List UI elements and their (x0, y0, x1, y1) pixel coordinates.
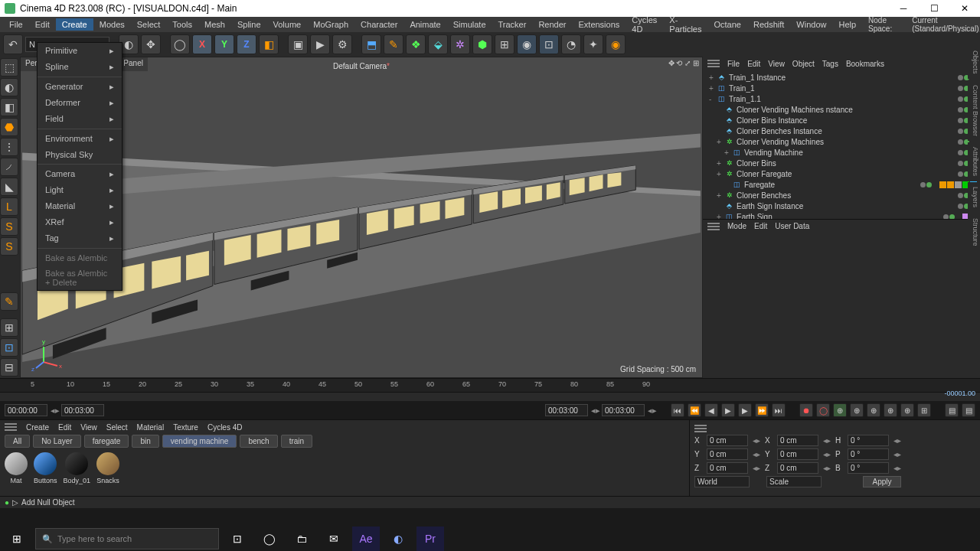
minimize-button[interactable]: ─ (888, 0, 919, 17)
attr-tab-edit[interactable]: Edit (754, 222, 767, 230)
model-mode-icon[interactable]: ⬚ (0, 58, 18, 77)
menu-help[interactable]: Help (832, 18, 862, 31)
generator-icon[interactable]: ⬙ (428, 34, 448, 54)
menu-render[interactable]: Render (532, 18, 572, 31)
key-scale-button[interactable]: ⊕ (850, 403, 864, 417)
render-settings-icon[interactable]: ⚙ (332, 34, 352, 54)
menu-tools[interactable]: Tools (166, 18, 198, 31)
object-row[interactable]: ⬘Earth Sign Instance (703, 201, 980, 211)
mat-tab-material[interactable]: Material (137, 423, 165, 432)
object-list[interactable]: +⬘Train_1 Instance+◫Train_1-◫Train_1.1⬘C… (703, 70, 980, 219)
goto-start-button[interactable]: ⏮ (671, 403, 684, 417)
menu-select[interactable]: Select (131, 18, 167, 31)
world-mode[interactable]: World (694, 476, 750, 487)
camera-icon[interactable]: ◔ (561, 34, 581, 54)
menu-spline[interactable]: Spline (231, 18, 267, 31)
object-row[interactable]: ⬘Cloner Bins Instance (703, 115, 980, 126)
cinema4d-icon[interactable]: ◐ (384, 527, 412, 551)
menu-edit[interactable]: Edit (29, 18, 56, 31)
light-icon[interactable]: ✦ (583, 34, 603, 54)
layer-vending-machine[interactable]: vending machine (162, 435, 237, 448)
material-body_01[interactable]: Body_01 (64, 452, 91, 484)
om-tab-object[interactable]: Object (792, 60, 815, 68)
deformer-icon[interactable]: ✲ (450, 34, 470, 54)
menu-item-material[interactable]: Material▸ (38, 198, 122, 214)
subdivision-icon[interactable]: ❖ (406, 34, 426, 54)
object-row[interactable]: ◫Faregate (703, 179, 980, 190)
axis-x-button[interactable]: X (192, 34, 212, 54)
next-key-button[interactable]: ⏩ (755, 403, 769, 417)
environment-icon[interactable]: ◉ (517, 34, 537, 54)
menu-tracker[interactable]: Tracker (492, 18, 533, 31)
menu-item-environment[interactable]: Environment▸ (38, 131, 122, 147)
attr-tab-mode[interactable]: Mode (727, 222, 746, 230)
s2-icon[interactable]: S (0, 237, 18, 256)
pen-icon[interactable]: ✎ (384, 34, 403, 54)
object-row[interactable]: +◫Train_1 (703, 83, 980, 93)
close-button[interactable]: ✕ (949, 0, 980, 17)
side-tab-objects[interactable]: Objects (968, 46, 980, 79)
prev-key-button[interactable]: ⏪ (688, 403, 701, 417)
axis-z-button[interactable]: Z (237, 34, 256, 54)
start-frame[interactable]: 00:03:00 (61, 404, 104, 416)
axis-mode-icon[interactable]: L (0, 197, 18, 216)
edge-mode-icon[interactable]: ⟋ (0, 158, 18, 176)
scale-mode[interactable]: Scale (766, 476, 822, 487)
polygon-mode-icon[interactable]: ◣ (0, 178, 18, 196)
task-view-icon[interactable]: ⊡ (224, 527, 251, 551)
object-row[interactable]: +⬘Train_1 Instance (703, 72, 980, 83)
rotate-icon[interactable]: ◯ (170, 34, 190, 54)
goto-end-button[interactable]: ⏭ (772, 403, 786, 417)
layer-bin[interactable]: bin (132, 435, 158, 448)
hamburger-icon[interactable] (694, 425, 707, 432)
object-row[interactable]: +◫Earth Sign (703, 211, 980, 219)
menu-item-primitive[interactable]: Primitive▸ (38, 43, 122, 59)
menu-item-generator[interactable]: Generator▸ (38, 79, 122, 95)
mat-tab-edit[interactable]: Edit (58, 423, 71, 432)
key-rot-button[interactable]: ⊕ (867, 403, 880, 417)
layer-faregate[interactable]: faregate (84, 435, 129, 448)
fcurve-button[interactable]: ▤ (962, 403, 975, 417)
side-tabs[interactable]: ObjectsContent BrowserAttributesLayersSt… (968, 46, 980, 250)
menu-animate[interactable]: Animate (403, 18, 446, 31)
om-tab-bookmarks[interactable]: Bookmarks (846, 60, 884, 68)
menu-item-deformer[interactable]: Deformer▸ (38, 95, 122, 111)
object-row[interactable]: +✲Cloner Faregate (703, 168, 980, 179)
dopesheet-button[interactable]: ▤ (945, 403, 959, 417)
key-pla-button[interactable]: ⊕ (900, 403, 914, 417)
hamburger-icon[interactable] (5, 423, 17, 432)
mat-tab-cycles-4d[interactable]: Cycles 4D (207, 423, 243, 432)
menu-create[interactable]: Create (56, 18, 93, 31)
quantize-icon[interactable]: ⊟ (0, 358, 18, 377)
layer-bench[interactable]: bench (240, 435, 277, 448)
field-icon[interactable]: ⊞ (495, 34, 514, 54)
maximize-button[interactable]: ☐ (919, 0, 949, 17)
menu-item-light[interactable]: Light▸ (38, 182, 122, 198)
mail-icon[interactable]: ✉ (320, 527, 348, 551)
menu-item-xref[interactable]: XRef▸ (38, 214, 122, 230)
workplane-icon[interactable]: ◧ (0, 98, 18, 116)
misc-icon[interactable]: ◉ (606, 34, 626, 54)
menu-item-spline[interactable]: Spline▸ (38, 59, 122, 75)
layer-No-Layer[interactable]: No Layer (33, 435, 81, 448)
menu-volume[interactable]: Volume (267, 18, 308, 31)
apply-button[interactable]: Apply (863, 476, 901, 487)
menu-item-bake-as-alembic-+-delete[interactable]: Bake as Alembic + Delete (38, 266, 122, 290)
nodespace-value[interactable]: Current (Standard/Physical) (906, 15, 980, 34)
menu-character[interactable]: Character (354, 18, 403, 31)
move-icon[interactable]: ✥ (141, 34, 161, 54)
menu-item-bake-as-alembic[interactable]: Bake as Alembic (38, 250, 122, 266)
current-frame[interactable]: 00:00:00 (5, 404, 47, 416)
menu-item-physical-sky[interactable]: Physical Sky (38, 147, 122, 162)
attr-tab-user-data[interactable]: User Data (775, 222, 809, 230)
cube-primitive-icon[interactable]: ⬒ (361, 34, 381, 54)
premiere-icon[interactable]: Pr (416, 527, 444, 551)
explorer-icon[interactable]: 🗀 (288, 527, 315, 551)
menu-modes[interactable]: Modes (93, 18, 131, 31)
side-tab-content-browser[interactable]: Content Browser (968, 80, 980, 141)
prev-frame-button[interactable]: ◀ (704, 403, 718, 417)
tweak-icon[interactable]: ⊞ (0, 318, 18, 337)
menu-mograph[interactable]: MoGraph (307, 18, 354, 31)
object-row[interactable]: ⬘Cloner Benches Instance (703, 126, 980, 136)
object-row[interactable]: +◫Vending Machine (703, 147, 980, 158)
